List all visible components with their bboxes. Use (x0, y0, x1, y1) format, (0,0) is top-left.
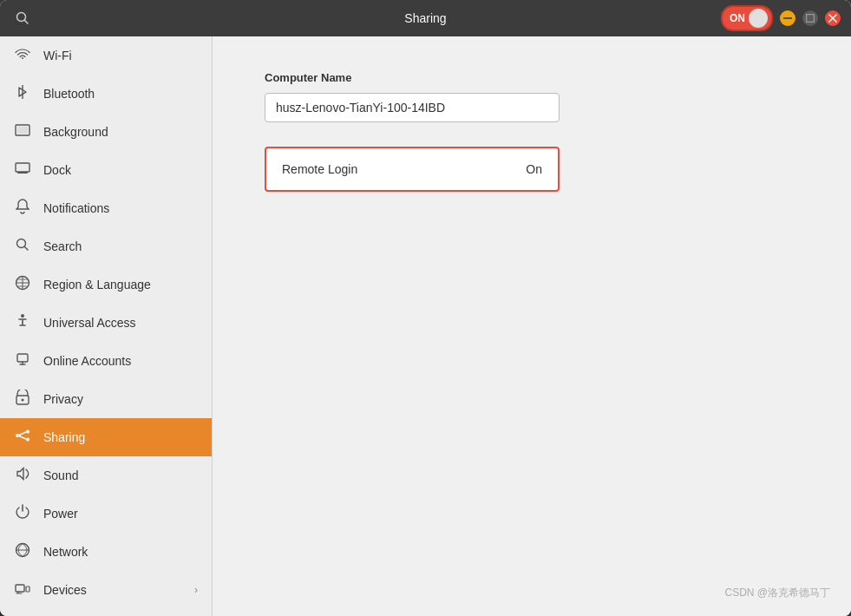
svg-point-13 (21, 314, 24, 318)
search-icon-sidebar (14, 238, 31, 255)
svg-line-21 (19, 436, 26, 440)
sidebar-item-universal-access-label: Universal Access (43, 316, 198, 330)
content-area: Wi-Fi Bluetooth (0, 36, 851, 616)
sidebar-item-privacy[interactable]: Privacy (0, 380, 212, 418)
svg-point-10 (17, 239, 26, 248)
svg-point-17 (16, 434, 19, 437)
svg-line-11 (25, 247, 29, 251)
titlebar: Sharing ON (0, 0, 851, 36)
sidebar-item-online-accounts-label: Online Accounts (43, 354, 198, 368)
sidebar-item-network-label: Network (43, 545, 198, 559)
toggle-label: ON (730, 12, 745, 24)
watermark: CSDN @洛克希德马丁 (724, 586, 830, 600)
sidebar-item-notifications-label: Notifications (43, 201, 198, 215)
minimize-button[interactable] (780, 10, 795, 26)
privacy-icon (14, 390, 31, 409)
sharing-icon (14, 429, 31, 445)
svg-rect-7 (17, 127, 28, 134)
dock-icon (14, 162, 31, 178)
maximize-button[interactable] (802, 10, 818, 26)
sidebar-item-region-label: Region & Language (43, 278, 198, 292)
network-icon (14, 542, 31, 561)
sidebar-item-universal-access[interactable]: Universal Access (0, 304, 212, 342)
svg-rect-8 (16, 163, 29, 172)
sidebar-item-privacy-label: Privacy (43, 392, 198, 406)
sidebar-item-sound[interactable]: Sound (0, 456, 212, 495)
svg-point-18 (26, 430, 29, 434)
app-window: Sharing ON (0, 0, 851, 616)
remote-login-status: On (526, 162, 542, 176)
sidebar-item-devices[interactable]: Devices › (0, 571, 212, 609)
page-title: Sharing (404, 11, 446, 25)
sidebar-item-region[interactable]: Region & Language (0, 265, 212, 304)
close-button[interactable] (825, 10, 841, 26)
universal-access-icon (14, 313, 31, 332)
devices-chevron-icon: › (194, 584, 198, 596)
sidebar-item-sound-label: Sound (43, 469, 198, 482)
titlebar-controls: ON (721, 5, 841, 31)
background-icon (14, 124, 31, 140)
svg-line-1 (25, 21, 29, 24)
sidebar-item-power[interactable]: Power (0, 495, 212, 533)
sidebar-item-background[interactable]: Background (0, 113, 212, 151)
sidebar-item-wifi[interactable]: Wi-Fi (0, 36, 212, 75)
svg-rect-24 (16, 585, 24, 592)
sidebar: Wi-Fi Bluetooth (0, 36, 213, 616)
svg-line-20 (19, 432, 26, 436)
notifications-icon (14, 199, 31, 218)
sharing-toggle[interactable]: ON (721, 5, 773, 31)
computer-name-label: Computer Name (265, 71, 799, 84)
sidebar-item-sharing-label: Sharing (43, 430, 198, 444)
sidebar-item-notifications[interactable]: Notifications (0, 189, 212, 227)
power-icon (14, 504, 31, 523)
region-icon (14, 275, 31, 294)
sidebar-item-network[interactable]: Network (0, 533, 212, 571)
devices-icon (14, 581, 31, 599)
svg-rect-2 (783, 17, 792, 19)
svg-rect-14 (17, 354, 28, 362)
sidebar-item-details[interactable]: Details › (0, 609, 212, 616)
bluetooth-icon (14, 84, 31, 103)
sidebar-item-wifi-label: Wi-Fi (43, 49, 198, 62)
sidebar-item-bluetooth[interactable]: Bluetooth (0, 75, 212, 113)
svg-point-19 (26, 438, 29, 442)
sidebar-item-background-label: Background (43, 125, 198, 139)
sidebar-item-dock[interactable]: Dock (0, 151, 212, 189)
main-content: Computer Name Remote Login On CSDN @洛克希德… (213, 36, 851, 616)
wifi-icon (14, 48, 31, 63)
sidebar-item-dock-label: Dock (43, 163, 198, 177)
svg-rect-9 (17, 172, 28, 174)
svg-rect-3 (807, 15, 815, 23)
search-icon[interactable] (10, 6, 35, 30)
online-accounts-icon (14, 351, 31, 370)
sidebar-item-bluetooth-label: Bluetooth (43, 87, 198, 101)
remote-login-label: Remote Login (282, 162, 357, 176)
sound-icon (14, 467, 31, 484)
sidebar-item-online-accounts[interactable]: Online Accounts (0, 342, 212, 380)
sidebar-item-search-label: Search (43, 239, 198, 253)
sidebar-item-sharing[interactable]: Sharing (0, 418, 212, 456)
sidebar-item-power-label: Power (43, 507, 198, 521)
svg-rect-25 (26, 587, 29, 592)
svg-point-16 (22, 399, 24, 402)
sidebar-item-search[interactable]: Search (0, 227, 212, 265)
toggle-knob (749, 9, 768, 28)
remote-login-row[interactable]: Remote Login On (265, 147, 560, 192)
computer-name-input[interactable] (265, 93, 560, 122)
sidebar-item-devices-label: Devices (43, 583, 182, 597)
